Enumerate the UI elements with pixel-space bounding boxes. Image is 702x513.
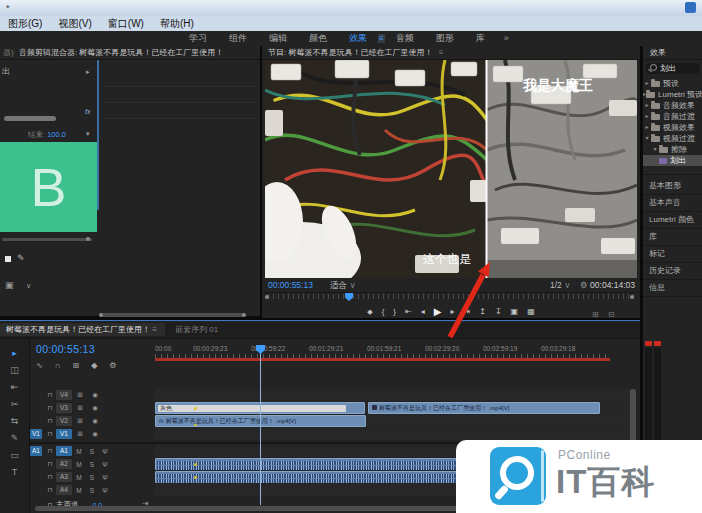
- mute-button[interactable]: M: [72, 461, 86, 468]
- track-button-v4[interactable]: V4: [56, 390, 72, 400]
- lock-icon[interactable]: ⊓: [44, 460, 56, 468]
- timeline-ruler[interactable]: 00:00 00:00:29:23 00:00:59:22 00:01:29:2…: [155, 345, 610, 358]
- source-patch-v1[interactable]: V1: [30, 429, 42, 439]
- workspace-tab-libraries[interactable]: 库: [465, 31, 496, 46]
- mixer-tab-title[interactable]: 音频剪辑混合器: 树莓派不再是玩具！已经在工厂里使用！: [19, 48, 223, 57]
- solo-button[interactable]: S: [86, 461, 98, 468]
- tree-item-presets[interactable]: ▸预设: [643, 78, 702, 89]
- fx-icon[interactable]: fx: [85, 108, 90, 115]
- track-lane-v1[interactable]: [155, 428, 632, 440]
- program-current-timecode[interactable]: 00:00:55:13: [268, 278, 313, 292]
- step-back-button[interactable]: ◂: [421, 307, 425, 316]
- workspace-tab-graphics[interactable]: 图形: [425, 31, 465, 46]
- razor-tool[interactable]: ✂: [11, 396, 19, 413]
- scrollbar-handle[interactable]: [242, 313, 246, 317]
- solo-button[interactable]: S: [86, 474, 98, 481]
- lock-icon[interactable]: ⊓: [44, 391, 56, 399]
- lock-icon[interactable]: ⊓: [44, 447, 56, 455]
- play-button[interactable]: ▶: [434, 306, 442, 317]
- track-lane-v3[interactable]: 灰色 树莓派不再是玩具！已经在工厂里使用！ .mp4[V]: [155, 402, 632, 414]
- window-titlebar[interactable]: *: [0, 0, 702, 16]
- sequence-tab-active[interactable]: 树莓派不再是玩具！已经在工厂里使用！ ≡: [0, 323, 165, 336]
- solo-button[interactable]: S: [86, 448, 98, 455]
- pen-tool[interactable]: ✎: [11, 430, 19, 447]
- sequence-tab-nested[interactable]: 嵌套序列 01: [165, 323, 228, 336]
- export-frame-button[interactable]: ▣: [511, 307, 519, 316]
- workspace-overflow-icon[interactable]: »: [496, 31, 517, 46]
- timeline-panel-icon-b[interactable]: ⊟: [608, 310, 615, 319]
- keyframe-marker[interactable]: [194, 476, 197, 479]
- tree-item-audio-transitions[interactable]: ▸音频过渡: [643, 111, 702, 122]
- track-button-v3[interactable]: V3: [56, 403, 72, 413]
- tab-lumetri-color[interactable]: Lumetri 颜色: [643, 212, 702, 229]
- hand-tool[interactable]: ▭: [10, 447, 19, 464]
- add-marker-button[interactable]: ◆: [367, 308, 372, 316]
- program-tab-title[interactable]: 节目: 树莓派不再是玩具！已经在工厂里使用！: [268, 48, 432, 57]
- extract-button[interactable]: ↧: [495, 307, 502, 316]
- settings-wrench-icon[interactable]: ⚙: [580, 278, 588, 292]
- program-playhead[interactable]: [345, 293, 353, 301]
- voiceover-mic-icon[interactable]: Ψ: [98, 487, 112, 494]
- track-output-eye-icon[interactable]: ◉: [88, 417, 102, 425]
- track-output-eye-icon[interactable]: ◉: [88, 430, 102, 438]
- tree-item-video-effects[interactable]: ▸视频效果: [643, 122, 702, 133]
- track-output-eye-icon[interactable]: ◉: [88, 404, 102, 412]
- lock-icon[interactable]: ⊓: [44, 473, 56, 481]
- sync-lock-icon[interactable]: ⊞: [72, 404, 88, 412]
- settings-icon[interactable]: ∿: [36, 361, 43, 370]
- scrollbar-handle[interactable]: [630, 295, 634, 299]
- keyframe-marker[interactable]: [194, 407, 197, 410]
- menu-graphics[interactable]: 图形(G): [0, 16, 50, 31]
- clip-video-part2[interactable]: 树莓派不再是玩具！已经在工厂里使用！ .mp4[V]: [368, 402, 600, 414]
- mixer-bottom-scrollbar[interactable]: [100, 313, 245, 317]
- scrollbar-handle[interactable]: [86, 237, 90, 241]
- track-button-a2[interactable]: A2: [56, 459, 72, 469]
- lift-button[interactable]: ↥: [479, 307, 486, 316]
- mute-button[interactable]: M: [72, 448, 86, 455]
- tree-item-video-transitions[interactable]: ▾视频过渡: [643, 133, 702, 144]
- sync-lock-icon[interactable]: ⊞: [72, 417, 88, 425]
- scrollbar-handle[interactable]: [265, 295, 269, 299]
- slip-tool[interactable]: ⇆: [11, 413, 19, 430]
- type-tool[interactable]: T: [12, 464, 18, 481]
- menu-window[interactable]: 窗口(W): [100, 16, 152, 31]
- keyframe-marker[interactable]: [194, 424, 197, 427]
- collapse-icon[interactable]: ▾: [86, 130, 90, 138]
- lock-icon[interactable]: ⊓: [44, 430, 56, 438]
- track-button-a1[interactable]: A1: [56, 446, 72, 456]
- track-lane-v2[interactable]: fx树莓派不再是玩具！已经在工厂里使用！ .mp4[V]: [155, 415, 632, 427]
- tree-item-audio-effects[interactable]: ▸音频效果: [643, 100, 702, 111]
- tab-info[interactable]: 信息: [643, 280, 702, 297]
- hidden-tab-fragment[interactable]: 器): [0, 48, 17, 57]
- chevron-down-icon[interactable]: ∨: [26, 282, 31, 290]
- menu-help[interactable]: 帮助(H): [152, 16, 202, 31]
- selection-tool[interactable]: ▸: [12, 345, 17, 362]
- program-mini-timeline[interactable]: [262, 292, 640, 305]
- scrollbar-handle[interactable]: [99, 313, 103, 317]
- grid-icon[interactable]: ▣: [5, 280, 14, 290]
- expand-icon[interactable]: ▸: [86, 68, 90, 76]
- playback-resolution-dropdown[interactable]: 1/2 ∨: [550, 278, 570, 292]
- workspace-tab-effects[interactable]: 效果: [338, 31, 378, 46]
- tab-history[interactable]: 历史记录: [643, 263, 702, 280]
- workspace-tab-learning[interactable]: 学习: [178, 31, 218, 46]
- track-output-eye-icon[interactable]: ◉: [88, 391, 102, 399]
- step-forward-button[interactable]: ▸: [450, 307, 454, 316]
- menu-view[interactable]: 视图(V): [50, 16, 99, 31]
- mark-out-button[interactable]: }: [393, 307, 396, 316]
- window-button[interactable]: [685, 2, 696, 13]
- track-button-v1[interactable]: V1: [56, 429, 72, 439]
- voiceover-mic-icon[interactable]: Ψ: [98, 448, 112, 455]
- workspace-tab-audio[interactable]: 音频: [385, 31, 425, 46]
- effects-search-input[interactable]: 划出: [646, 63, 700, 74]
- sync-lock-icon[interactable]: ⊞: [72, 391, 88, 399]
- timeline-playhead-line[interactable]: [260, 345, 261, 505]
- effects-tab[interactable]: 效果: [643, 46, 702, 60]
- snap-icon[interactable]: ∩: [55, 361, 61, 370]
- workspace-tab-color[interactable]: 颜色: [298, 31, 338, 46]
- pen-icon[interactable]: ✎: [17, 253, 25, 263]
- workspace-tab-editing[interactable]: 编辑: [258, 31, 298, 46]
- fit-dropdown[interactable]: 适合 ∨: [330, 278, 356, 292]
- tree-item-lumetri-presets[interactable]: ▸Lumetri 预设: [643, 89, 702, 100]
- voiceover-mic-icon[interactable]: Ψ: [98, 461, 112, 468]
